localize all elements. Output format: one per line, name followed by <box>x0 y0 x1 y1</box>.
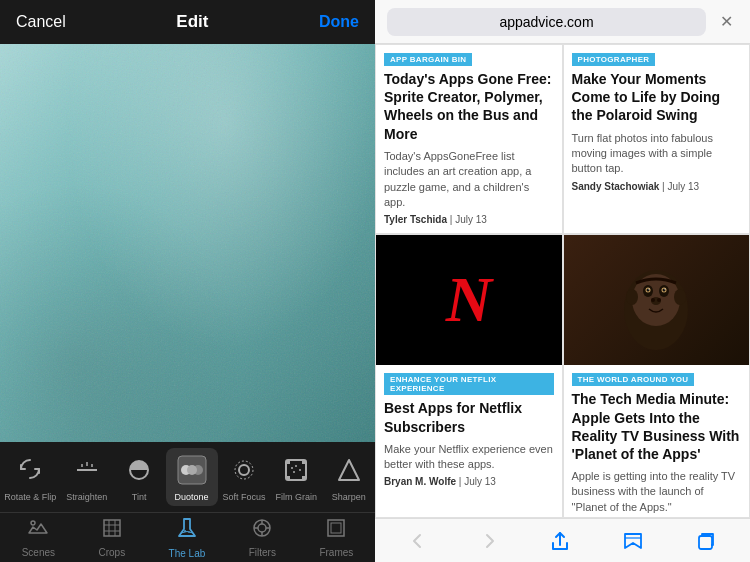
svg-rect-35 <box>328 520 344 536</box>
tool-soft-focus[interactable]: Soft Focus <box>218 448 270 506</box>
photo-canvas <box>0 44 375 442</box>
ape-svg <box>616 245 696 355</box>
browser-back-button[interactable] <box>400 527 436 555</box>
browser-tabs-button[interactable] <box>687 526 725 556</box>
browser-bookmarks-button[interactable] <box>614 526 652 556</box>
article-card-2[interactable]: PHOTOGRAPHER Make Your Moments Come to L… <box>563 44 751 234</box>
straighten-icon <box>69 452 105 488</box>
straighten-label: Straighten <box>66 492 107 502</box>
tool-straighten[interactable]: Straighten <box>61 448 113 506</box>
svg-point-16 <box>295 465 297 467</box>
filters-icon <box>251 517 273 544</box>
svg-point-48 <box>651 298 655 302</box>
svg-rect-53 <box>699 536 712 549</box>
tool-duotone[interactable]: Duotone <box>166 448 218 506</box>
crops-label: Crops <box>98 547 125 558</box>
film-grain-icon <box>278 452 314 488</box>
browser-forward-button[interactable] <box>471 527 507 555</box>
browser-panel: appadvice.com ✕ APP BARGAIN BIN Today's … <box>375 0 750 562</box>
scenes-label: Scenes <box>22 547 55 558</box>
tint-icon <box>121 452 157 488</box>
svg-point-50 <box>626 289 638 305</box>
lab-icon <box>175 516 199 545</box>
svg-point-15 <box>291 467 293 469</box>
filters-label: Filters <box>249 547 276 558</box>
article-3-desc: Make your Netflix experience even better… <box>376 442 562 477</box>
tab-filters[interactable]: Filters <box>237 513 288 562</box>
soft-focus-icon <box>226 452 262 488</box>
article-2-desc: Turn flat photos into fabulous moving im… <box>564 131 750 181</box>
svg-rect-21 <box>104 520 120 536</box>
tool-rotate[interactable]: Rotate & Flip <box>0 448 60 506</box>
editor-topbar: Cancel Edit Done <box>0 0 375 44</box>
tab-crops[interactable]: Crops <box>86 513 137 562</box>
scenes-icon <box>27 517 49 544</box>
article-4-title: The Tech Media Minute: Apple Gets Into t… <box>564 390 750 469</box>
svg-point-27 <box>184 530 186 532</box>
sharpen-label: Sharpen <box>332 492 366 502</box>
svg-rect-12 <box>302 460 306 464</box>
article-3-meta: Bryan M. Wolfe | July 13 <box>376 476 562 495</box>
duotone-icon <box>174 452 210 488</box>
soft-focus-label: Soft Focus <box>222 492 265 502</box>
svg-point-49 <box>657 298 661 302</box>
article-3-author: Bryan M. Wolfe <box>384 476 456 487</box>
article-4-category: THE WORLD AROUND YOU <box>572 373 695 386</box>
tab-frames[interactable]: Frames <box>307 513 365 562</box>
svg-point-20 <box>31 521 35 525</box>
editor-title: Edit <box>176 12 208 32</box>
article-2-category: PHOTOGRAPHER <box>572 53 656 66</box>
rotate-icon <box>12 452 48 488</box>
done-button[interactable]: Done <box>319 13 359 31</box>
svg-point-51 <box>674 289 686 305</box>
article-2-meta: Sandy Stachowiak | July 13 <box>564 181 750 200</box>
article-1-date: July 13 <box>455 214 487 225</box>
article-card-1[interactable]: APP BARGAIN BIN Today's Apps Gone Free: … <box>375 44 563 234</box>
frames-label: Frames <box>319 547 353 558</box>
svg-point-17 <box>299 469 301 471</box>
cancel-button[interactable]: Cancel <box>16 13 66 31</box>
article-3-date: July 13 <box>464 476 496 487</box>
browser-close-button[interactable]: ✕ <box>714 10 738 34</box>
duotone-label: Duotone <box>174 492 208 502</box>
article-1-desc: Today's AppsGoneFree list includes an ar… <box>376 149 562 215</box>
article-2-author: Sandy Stachowiak <box>572 181 660 192</box>
article-card-3[interactable]: N ENHANCE YOUR NETFLIX EXPERIENCE Best A… <box>375 234 563 518</box>
editor-bottom-tabs: Scenes Crops <box>0 512 375 562</box>
film-grain-label: Film Grain <box>276 492 318 502</box>
tint-label: Tint <box>132 492 147 502</box>
tool-sharpen[interactable]: Sharpen <box>323 448 375 506</box>
url-bar[interactable]: appadvice.com <box>387 8 706 36</box>
article-1-category: APP BARGAIN BIN <box>384 53 472 66</box>
tool-tint[interactable]: Tint <box>113 448 165 506</box>
svg-point-30 <box>258 524 266 532</box>
article-card-4[interactable]: THE WORLD AROUND YOU The Tech Media Minu… <box>563 234 751 518</box>
svg-rect-36 <box>331 523 341 533</box>
tools-row: Rotate & Flip Straighten T <box>0 442 375 512</box>
frames-icon <box>325 517 347 544</box>
photo-editor-panel: Cancel Edit Done Rotate & Flip <box>0 0 375 562</box>
tool-film-grain[interactable]: Film Grain <box>270 448 322 506</box>
svg-point-28 <box>188 531 190 533</box>
article-1-meta: Tyler Tschida | July 13 <box>376 214 562 233</box>
article-3-category: ENHANCE YOUR NETFLIX EXPERIENCE <box>384 373 554 395</box>
article-1-author: Tyler Tschida <box>384 214 447 225</box>
tab-the-lab[interactable]: The Lab <box>157 512 218 562</box>
svg-point-18 <box>293 471 295 473</box>
lab-label: The Lab <box>169 548 206 559</box>
netflix-image: N <box>376 235 562 365</box>
article-1-title: Today's Apps Gone Free: Sprite Creator, … <box>376 70 562 149</box>
svg-point-45 <box>649 289 650 290</box>
svg-point-8 <box>239 465 249 475</box>
netflix-logo: N <box>446 263 492 337</box>
svg-point-9 <box>235 461 253 479</box>
svg-rect-13 <box>286 476 290 480</box>
crops-icon <box>101 517 123 544</box>
browser-topbar: appadvice.com ✕ <box>375 0 750 44</box>
tab-scenes[interactable]: Scenes <box>10 513 67 562</box>
browser-share-button[interactable] <box>541 526 579 556</box>
articles-grid: APP BARGAIN BIN Today's Apps Gone Free: … <box>375 44 750 518</box>
article-2-title: Make Your Moments Come to Life by Doing … <box>564 70 750 131</box>
apes-image <box>564 235 750 365</box>
svg-rect-11 <box>286 460 290 464</box>
